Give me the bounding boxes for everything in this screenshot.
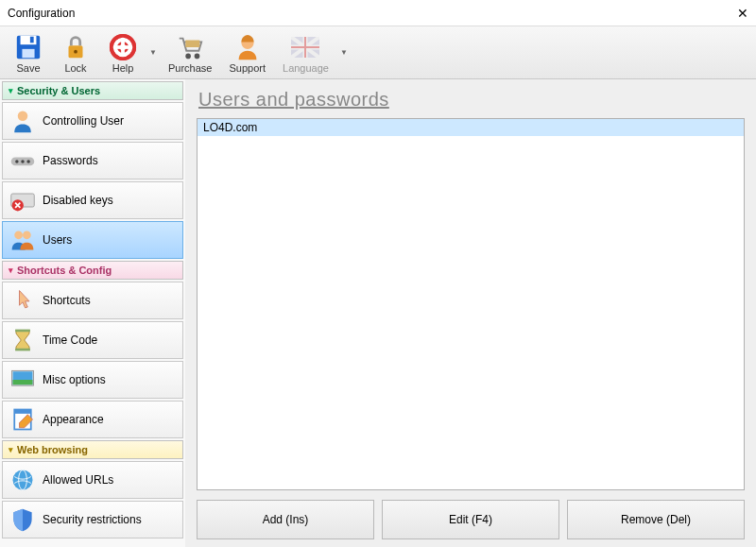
window-title: Configuration bbox=[8, 7, 75, 20]
purchase-button[interactable]: Purchase bbox=[161, 30, 219, 76]
flag-icon bbox=[290, 32, 320, 62]
svg-rect-1 bbox=[21, 35, 37, 43]
chevron-down-icon: ▾ bbox=[9, 265, 13, 275]
shield-icon bbox=[9, 505, 37, 534]
cart-icon bbox=[175, 32, 205, 62]
section-label: Shortcuts & Config bbox=[17, 265, 112, 276]
language-label: Language bbox=[283, 62, 329, 74]
svg-point-20 bbox=[26, 160, 30, 163]
sidebar-item-appearance[interactable]: Appearance bbox=[2, 401, 183, 438]
sidebar-item-label: Passwords bbox=[43, 154, 98, 167]
support-button[interactable]: Support bbox=[221, 30, 273, 76]
titlebar: Configuration ✕ bbox=[0, 0, 756, 26]
close-icon[interactable]: ✕ bbox=[737, 6, 748, 21]
svg-rect-3 bbox=[30, 36, 34, 43]
user-icon bbox=[9, 107, 37, 135]
keyboard-x-icon bbox=[9, 186, 37, 214]
sidebar-item-allowed-urls[interactable]: Allowed URLs bbox=[2, 461, 183, 499]
save-label: Save bbox=[16, 62, 40, 74]
list-item[interactable]: LO4D.com bbox=[198, 119, 744, 136]
svg-point-11 bbox=[186, 53, 192, 59]
svg-rect-2 bbox=[22, 48, 34, 57]
edit-button[interactable]: Edit (F4) bbox=[382, 500, 559, 539]
sidebar-item-label: Controlling User bbox=[43, 114, 124, 128]
svg-point-19 bbox=[21, 160, 25, 163]
lock-button[interactable]: Lock bbox=[53, 30, 98, 76]
remove-button[interactable]: Remove (Del) bbox=[567, 500, 745, 539]
chevron-down-icon: ▾ bbox=[9, 86, 13, 95]
support-label: Support bbox=[229, 62, 266, 74]
lock-label: Lock bbox=[64, 62, 86, 74]
desktop-icon bbox=[9, 366, 37, 394]
help-label: Help bbox=[112, 62, 134, 74]
svg-point-32 bbox=[13, 470, 33, 490]
sidebar-item-misc-options[interactable]: Misc options bbox=[2, 361, 183, 399]
sidebar-item-security-restrictions[interactable]: Security restrictions bbox=[2, 501, 183, 538]
sidebar-item-users[interactable]: Users bbox=[2, 221, 183, 259]
pointer-icon bbox=[9, 286, 37, 315]
main-panel: Users and passwords LO4D.com Add (Ins) E… bbox=[185, 79, 756, 547]
section-label: Security & Users bbox=[17, 85, 100, 96]
users-listbox[interactable]: LO4D.com bbox=[197, 118, 745, 490]
sidebar: ▾ Security & Users Controlling User Pass… bbox=[0, 79, 185, 547]
list-item-label: LO4D.com bbox=[203, 121, 257, 134]
sidebar-item-shortcuts[interactable]: Shortcuts bbox=[2, 282, 183, 319]
page-title: Users and passwords bbox=[198, 89, 745, 111]
svg-point-24 bbox=[23, 231, 31, 239]
section-header-web[interactable]: ▾ Web browsing bbox=[2, 440, 183, 459]
sidebar-item-controlling-user[interactable]: Controlling User bbox=[2, 102, 183, 140]
purchase-label: Purchase bbox=[168, 62, 212, 74]
sidebar-item-label: Security restrictions bbox=[43, 513, 142, 526]
svg-rect-25 bbox=[15, 330, 30, 333]
button-row: Add (Ins) Edit (F4) Remove (Del) bbox=[197, 500, 745, 539]
sidebar-item-disabled-keys[interactable]: Disabled keys bbox=[2, 181, 183, 219]
password-icon bbox=[9, 146, 37, 175]
svg-rect-26 bbox=[15, 349, 30, 351]
svg-point-16 bbox=[18, 111, 28, 122]
globe-icon bbox=[9, 466, 37, 494]
sidebar-item-label: Time Code bbox=[43, 333, 97, 347]
hourglass-icon bbox=[9, 326, 37, 354]
sidebar-item-label: Allowed URLs bbox=[43, 473, 113, 487]
save-button[interactable]: Save bbox=[6, 30, 51, 76]
add-label: Add (Ins) bbox=[263, 513, 309, 526]
help-dropdown-icon[interactable]: ▼ bbox=[147, 48, 159, 57]
remove-label: Remove (Del) bbox=[621, 513, 691, 526]
section-label: Web browsing bbox=[17, 444, 88, 455]
svg-point-18 bbox=[15, 160, 19, 163]
svg-rect-9 bbox=[111, 45, 135, 49]
sidebar-item-label: Disabled keys bbox=[43, 194, 113, 207]
sidebar-item-label: Shortcuts bbox=[43, 294, 91, 307]
notepad-icon bbox=[9, 405, 37, 434]
svg-rect-31 bbox=[14, 410, 31, 414]
save-icon bbox=[13, 32, 43, 62]
svg-rect-28 bbox=[13, 380, 33, 385]
sidebar-item-label: Appearance bbox=[43, 413, 104, 426]
users-icon bbox=[9, 226, 37, 254]
section-header-shortcuts[interactable]: ▾ Shortcuts & Config bbox=[2, 261, 183, 280]
svg-point-23 bbox=[14, 231, 23, 239]
add-button[interactable]: Add (Ins) bbox=[197, 500, 374, 539]
language-dropdown-icon[interactable]: ▼ bbox=[338, 48, 350, 57]
sidebar-item-time-code[interactable]: Time Code bbox=[2, 321, 183, 359]
help-button[interactable]: Help bbox=[100, 30, 146, 76]
chevron-down-icon: ▾ bbox=[9, 445, 13, 454]
toolbar: Save Lock Help ▼ Purchase Support Langua… bbox=[0, 26, 756, 79]
lock-icon bbox=[60, 32, 91, 62]
support-icon bbox=[232, 32, 263, 62]
edit-label: Edit (F4) bbox=[449, 513, 492, 526]
svg-rect-13 bbox=[186, 40, 200, 47]
body: ▾ Security & Users Controlling User Pass… bbox=[0, 79, 756, 547]
language-button[interactable]: Language bbox=[275, 30, 336, 76]
svg-point-12 bbox=[195, 53, 200, 59]
sidebar-item-label: Users bbox=[43, 233, 72, 247]
sidebar-item-passwords[interactable]: Passwords bbox=[2, 142, 183, 179]
section-header-security[interactable]: ▾ Security & Users bbox=[2, 81, 183, 100]
sidebar-item-label: Misc options bbox=[43, 373, 106, 386]
svg-point-5 bbox=[74, 49, 77, 53]
help-icon bbox=[108, 32, 138, 62]
